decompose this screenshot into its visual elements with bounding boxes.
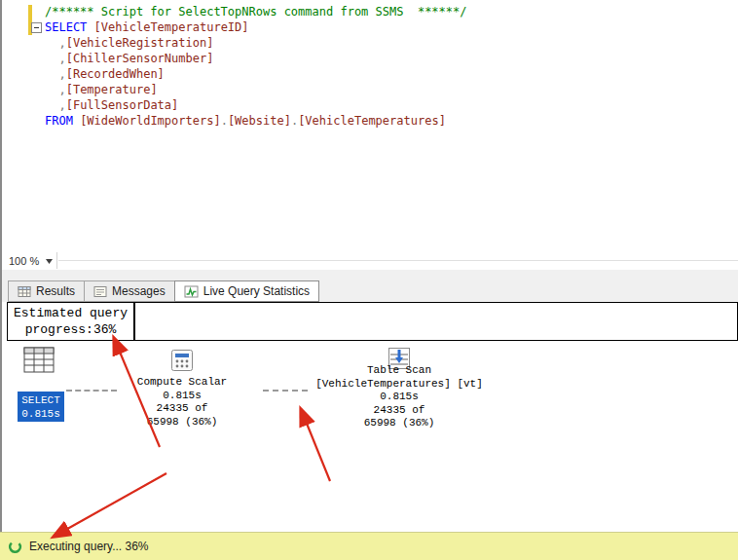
code-line: ,[Temperature] xyxy=(45,82,466,97)
code-token: , xyxy=(58,67,65,81)
code-line: SELECT [VehicleTemperatureID] xyxy=(45,19,466,35)
code-token: [Temperature] xyxy=(66,83,158,96)
plan-node-compute-scalar[interactable]: Compute Scalar0.815s24335 of65998 (36%) xyxy=(109,376,255,429)
status-text: Executing query... 36% xyxy=(29,540,149,553)
sql-editor[interactable]: /****** Script for SelectTopNRows comman… xyxy=(2,0,738,251)
code-token xyxy=(87,20,93,34)
plan-node-text-line: 65998 (36%) xyxy=(302,417,497,430)
estimated-progress-box: Estimated query progress:36% xyxy=(7,302,134,341)
query-cost-box: Query 1: Query cost (relative to the bat… xyxy=(134,302,738,341)
code-token: /****** Script for SelectTopNRows comman… xyxy=(45,5,466,19)
plan-node-select-label: SELECT xyxy=(18,393,64,407)
tab-messages[interactable]: Messages xyxy=(84,280,175,302)
code-line: /****** Script for SelectTopNRows comman… xyxy=(45,4,466,19)
plan-node-table-scan[interactable]: Table Scan[VehicleTemperatures] [vt]0.81… xyxy=(302,364,497,430)
code-token: [Website] xyxy=(228,114,291,128)
live-query-statistics-icon xyxy=(184,285,199,298)
code-token: [VehicleRegistration] xyxy=(66,36,214,50)
editor-bottom-line xyxy=(58,260,738,261)
code-token: FROM xyxy=(45,114,73,128)
code-area[interactable]: /****** Script for SelectTopNRows comman… xyxy=(45,4,466,129)
estimated-progress-line1: Estimated query xyxy=(8,305,133,321)
code-token xyxy=(45,98,58,112)
code-token xyxy=(45,67,58,81)
code-token: [VehicleTemperatures] xyxy=(298,114,446,128)
executing-spinner-icon xyxy=(8,540,22,554)
plan-node-text-line: [VehicleTemperatures] [vt] xyxy=(302,378,497,392)
tab-results[interactable]: Results xyxy=(8,280,85,302)
plan-node-text-line: 0.815s xyxy=(109,390,255,403)
collapse-toggle[interactable] xyxy=(31,22,42,33)
tab-live-query-statistics[interactable]: Live Query Statistics xyxy=(174,280,319,302)
code-line: ,[VehicleRegistration] xyxy=(45,35,466,51)
code-token: [FullSensorData] xyxy=(66,98,179,112)
execution-plan-canvas[interactable]: SELECT 0.815s Compute Scalar0.815s24335 … xyxy=(2,341,738,532)
code-line: FROM [WideWorldImporters].[Website].[Veh… xyxy=(45,113,466,129)
status-bar: Executing query... 36% xyxy=(0,532,738,560)
compute-scalar-icon xyxy=(170,349,194,372)
ssms-window: /****** Script for SelectTopNRows comman… xyxy=(0,0,738,560)
results-grid-icon xyxy=(18,285,31,298)
tab-label: Results xyxy=(36,284,75,298)
code-token: , xyxy=(58,36,65,50)
code-token: [RecordedWhen] xyxy=(66,67,165,81)
chevron-down-icon xyxy=(46,259,53,264)
zoom-separator xyxy=(56,252,57,269)
code-token xyxy=(45,52,58,65)
plan-node-text-line: Compute Scalar xyxy=(109,376,255,390)
code-token xyxy=(45,36,58,50)
tab-label: Messages xyxy=(112,284,166,298)
plan-node-text-line: 24335 of xyxy=(302,404,497,418)
estimated-progress-line2: progress:36% xyxy=(8,321,133,338)
code-token: SELECT xyxy=(45,20,87,34)
zoom-dropdown[interactable]: 100 % xyxy=(9,253,53,269)
plan-node-select-time: 0.815s xyxy=(18,407,64,421)
code-token: [WideWorldImporters] xyxy=(80,114,221,128)
results-tabstrip: Results Messages Live Query Statistics xyxy=(8,280,319,302)
code-line: ,[FullSensorData] xyxy=(45,97,466,113)
plan-node-text-line: 24335 of xyxy=(109,402,255,416)
code-token: , xyxy=(58,52,65,65)
code-token: . xyxy=(221,114,228,128)
code-token: , xyxy=(58,83,65,96)
tab-label: Live Query Statistics xyxy=(203,284,310,298)
query-stats-header: Estimated query progress:36% Query 1: Qu… xyxy=(7,302,738,341)
code-line: ,[ChillerSensorNumber] xyxy=(45,51,466,66)
plan-node-text-line: 0.815s xyxy=(302,391,497,404)
minus-fold-icon xyxy=(31,22,42,33)
code-token: [VehicleTemperatureID] xyxy=(94,20,249,34)
code-line: ,[RecordedWhen] xyxy=(45,66,466,82)
plan-node-text-line: Table Scan xyxy=(302,364,497,378)
zoom-value: 100 % xyxy=(9,255,39,267)
code-token: , xyxy=(58,98,65,112)
plan-node-select[interactable]: SELECT 0.815s xyxy=(18,392,64,422)
code-token: [ChillerSensorNumber] xyxy=(66,52,214,65)
plan-node-text-line: 65998 (36%) xyxy=(109,416,255,429)
code-token xyxy=(45,83,58,96)
messages-icon xyxy=(93,285,107,298)
result-grid-icon xyxy=(23,347,55,373)
